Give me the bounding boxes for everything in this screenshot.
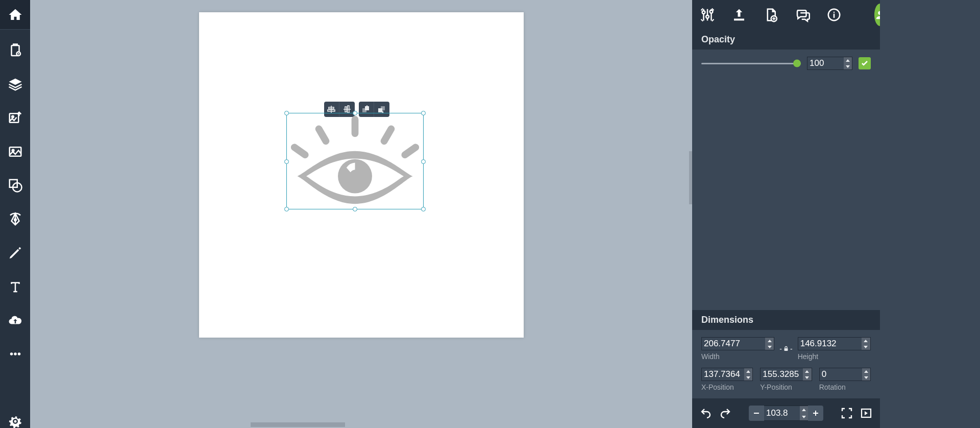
resize-handle-br[interactable]	[421, 207, 426, 211]
lock-aspect-button[interactable]: - -	[779, 345, 792, 353]
canvas-area[interactable]	[30, 0, 692, 428]
slider-thumb[interactable]	[793, 60, 801, 67]
x-position-input[interactable]	[701, 368, 753, 381]
svg-point-5	[12, 150, 14, 152]
zoom-out-button[interactable]	[749, 406, 764, 421]
zoom-stepper[interactable]	[800, 406, 808, 420]
adjust-button[interactable]	[700, 7, 715, 22]
svg-point-27	[706, 15, 709, 18]
check-icon	[861, 59, 869, 67]
more-tool[interactable]	[0, 339, 30, 369]
height-label: Height	[798, 352, 871, 361]
svg-rect-21	[314, 124, 331, 146]
info-button[interactable]	[826, 7, 842, 22]
height-stepper[interactable]	[862, 338, 870, 350]
rotation-stepper[interactable]	[862, 368, 870, 381]
right-panel: Opacity Dimensions	[692, 0, 880, 428]
svg-point-10	[14, 352, 17, 355]
y-position-input[interactable]	[760, 368, 812, 381]
fit-screen-button[interactable]	[841, 407, 853, 419]
resize-handle-tl[interactable]	[284, 111, 289, 115]
image-tool[interactable]	[0, 137, 30, 167]
dimensions-section-header: Dimensions	[692, 310, 880, 330]
cloud-tool[interactable]	[0, 305, 30, 335]
resize-handle-mr[interactable]	[421, 159, 426, 164]
width-label: Width	[701, 352, 774, 361]
selected-eye-graphic[interactable]	[287, 113, 423, 209]
settings-tool[interactable]	[0, 407, 30, 428]
right-topbar	[692, 0, 880, 30]
width-value[interactable]	[702, 338, 765, 350]
x-value[interactable]	[702, 368, 744, 381]
chat-icon	[795, 7, 810, 22]
collapse-panel-button[interactable]	[860, 407, 872, 419]
clipboard-tool[interactable]	[0, 36, 30, 65]
horizontal-scrollbar[interactable]	[251, 422, 345, 427]
undo-button[interactable]	[700, 407, 712, 419]
page[interactable]	[199, 12, 524, 338]
opacity-confirm-button[interactable]	[859, 57, 871, 69]
opacity-slider[interactable]	[701, 59, 801, 67]
y-stepper[interactable]	[803, 368, 811, 381]
svg-point-8	[14, 219, 16, 221]
vertical-scroll-hint[interactable]	[689, 151, 692, 204]
shape-tool[interactable]	[0, 171, 30, 200]
plus-icon	[812, 410, 819, 417]
zoom-input[interactable]	[764, 406, 808, 421]
add-page-icon	[763, 7, 778, 22]
resize-handle-tr[interactable]	[421, 111, 426, 115]
gear-icon	[8, 414, 23, 428]
height-value[interactable]	[798, 338, 862, 350]
zoom-control	[749, 406, 823, 421]
lock-icon	[783, 346, 789, 352]
right-gutter	[880, 0, 980, 428]
layers-icon	[8, 77, 23, 92]
opacity-value[interactable]	[807, 57, 844, 69]
more-icon	[8, 346, 23, 362]
resize-handle-ml[interactable]	[284, 159, 289, 164]
text-icon	[8, 279, 23, 294]
svg-point-26	[702, 11, 705, 14]
adjust-icon	[700, 7, 715, 22]
info-icon	[826, 7, 842, 22]
selection-box[interactable]	[286, 113, 424, 209]
shape-icon	[8, 178, 23, 193]
opacity-input[interactable]	[807, 57, 852, 70]
redo-button[interactable]	[719, 407, 731, 419]
y-value[interactable]	[761, 368, 803, 381]
zoom-in-button[interactable]	[808, 406, 823, 421]
svg-rect-33	[754, 413, 759, 414]
pen-tool-icon	[8, 211, 23, 227]
rotation-value[interactable]	[820, 368, 862, 381]
upload-button[interactable]	[731, 7, 747, 22]
height-input[interactable]	[798, 337, 871, 350]
svg-rect-35	[815, 411, 816, 416]
pencil-tool[interactable]	[0, 238, 30, 268]
rotation-input[interactable]	[819, 368, 871, 381]
x-stepper[interactable]	[744, 368, 752, 381]
rotation-label: Rotation	[819, 383, 871, 391]
resize-handle-bl[interactable]	[284, 207, 289, 211]
comments-button[interactable]	[795, 7, 810, 22]
home-button[interactable]	[0, 0, 30, 30]
width-input[interactable]	[701, 337, 774, 350]
collapse-icon	[860, 407, 872, 419]
text-tool[interactable]	[0, 272, 30, 301]
pencil-icon	[8, 245, 23, 260]
image-icon	[8, 144, 23, 159]
width-stepper[interactable]	[765, 338, 774, 350]
image-upload-tool[interactable]	[0, 103, 30, 133]
svg-rect-22	[379, 124, 396, 146]
minus-icon	[753, 410, 760, 417]
pen-tool[interactable]	[0, 204, 30, 234]
zoom-value[interactable]	[764, 406, 800, 420]
home-icon	[8, 7, 23, 22]
upload-icon	[731, 7, 747, 22]
layers-tool[interactable]	[0, 69, 30, 99]
bottom-bar	[692, 398, 880, 428]
resize-handle-bm[interactable]	[353, 207, 357, 211]
svg-rect-19	[378, 108, 382, 112]
resize-handle-tm[interactable]	[353, 111, 357, 115]
opacity-stepper[interactable]	[844, 57, 852, 69]
add-page-button[interactable]	[763, 7, 778, 22]
